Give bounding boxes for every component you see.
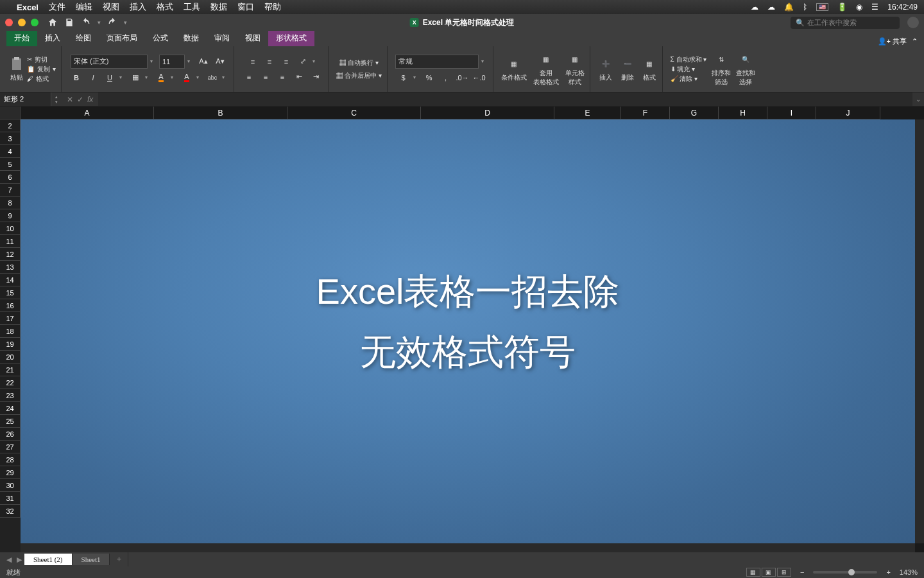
search-box[interactable]: 🔍 在工作表中搜索 [791,17,900,29]
tab-view[interactable]: 视图 [237,30,268,46]
battery-icon[interactable]: 🔋 [837,3,847,12]
phonetic-dropdown[interactable]: ▾ [222,74,228,80]
normal-view-icon[interactable]: ▦ [746,568,760,577]
tab-draw[interactable]: 绘图 [68,30,99,46]
menu-insert[interactable]: 插入 [130,1,146,13]
row-header-27[interactable]: 27 [0,441,21,453]
border-button[interactable]: ▦ [128,71,142,84]
row-header-9[interactable]: 9 [0,209,21,222]
undo-icon[interactable] [81,17,91,28]
row-header-23[interactable]: 23 [0,389,21,402]
tab-insert[interactable]: 插入 [37,30,68,46]
cancel-formula-icon[interactable]: ✕ [67,95,73,104]
border-dropdown[interactable]: ▾ [145,74,151,80]
sort-filter-button[interactable]: ⇅排序和 筛选 [712,52,731,87]
add-sheet-button[interactable]: + [110,552,128,566]
merge-center-button[interactable]: ▦ 合并后居中 ▾ [336,71,382,80]
row-header-29[interactable]: 29 [0,466,21,479]
notification-icon[interactable]: 🔔 [784,3,794,12]
autosum-button[interactable]: Σ 自动求和 ▾ [671,55,707,64]
row-header-7[interactable]: 7 [0,184,21,197]
increase-font-icon[interactable]: A▴ [196,55,210,68]
account-icon[interactable] [907,17,919,28]
fill-color-button[interactable]: A [154,71,168,84]
tab-shape-format[interactable]: 形状格式 [268,30,314,46]
align-middle-icon[interactable]: ≡ [262,55,277,68]
tab-review[interactable]: 审阅 [207,30,237,46]
wechat-icon[interactable]: ☁ [751,3,758,12]
column-header-A[interactable]: A [21,107,154,119]
row-header-20[interactable]: 20 [0,351,21,363]
name-box-dropdown[interactable]: ▴▾ [51,94,62,105]
row-header-13[interactable]: 13 [0,261,21,274]
row-header-24[interactable]: 24 [0,402,21,415]
cloud-icon[interactable]: ☁ [767,3,775,12]
bluetooth-icon[interactable]: ᛒ [803,3,807,12]
tab-formulas[interactable]: 公式 [145,30,176,46]
row-header-28[interactable]: 28 [0,453,21,466]
number-format-select[interactable] [395,55,479,69]
expand-formula-bar-icon[interactable]: ⌄ [912,96,924,103]
collapse-ribbon-icon[interactable]: ⌃ [912,37,918,46]
decrease-indent-icon[interactable]: ⇤ [292,71,306,83]
row-header-26[interactable]: 26 [0,428,21,441]
enter-formula-icon[interactable]: ✓ [77,95,83,104]
tab-page-layout[interactable]: 页面布局 [99,30,145,46]
row-header-2[interactable]: 2 [0,119,21,132]
row-header-32[interactable]: 32 [0,505,21,518]
sheet-nav-prev[interactable]: ◀ [4,556,14,564]
sheet-nav-next[interactable]: ▶ [14,556,24,564]
column-header-D[interactable]: D [421,107,554,119]
menu-tools[interactable]: 工具 [184,1,200,13]
row-header-8[interactable]: 8 [0,197,21,209]
underline-button[interactable]: U [103,71,117,84]
row-header-6[interactable]: 6 [0,171,21,184]
wifi-icon[interactable]: ◉ [856,3,862,12]
italic-button[interactable]: I [86,71,100,84]
row-header-25[interactable]: 25 [0,415,21,428]
menu-edit[interactable]: 编辑 [76,1,92,13]
font-name-select[interactable] [71,55,148,69]
align-left-icon[interactable]: ≡ [242,71,256,83]
font-color-dropdown[interactable]: ▾ [196,74,203,80]
row-header-3[interactable]: 3 [0,132,21,145]
sheet-tab-1[interactable]: Sheet1 (2) [24,554,73,565]
orientation-icon[interactable]: ⤢ [296,55,310,68]
conditional-format-button[interactable]: ▦条件格式 [501,57,527,82]
cell-styles-button[interactable]: ▦单元格 样式 [565,52,585,87]
home-icon[interactable] [47,17,58,28]
comma-icon[interactable]: , [439,71,453,84]
row-header-21[interactable]: 21 [0,363,21,376]
align-center-icon[interactable]: ≡ [259,71,273,83]
app-name[interactable]: Excel [17,3,38,12]
row-header-17[interactable]: 17 [0,312,21,325]
save-icon[interactable] [64,17,74,28]
zoom-level[interactable]: 143% [900,568,918,576]
redo-dropdown[interactable]: ▾ [124,19,127,26]
tab-data[interactable]: 数据 [176,30,207,46]
column-header-J[interactable]: J [816,107,880,119]
menu-window[interactable]: 窗口 [237,1,254,13]
column-header-F[interactable]: F [621,107,670,119]
font-size-select[interactable] [159,55,185,69]
minimize-window-button[interactable] [18,19,26,26]
input-source-icon[interactable]: 🇺🇸 [816,3,828,11]
copy-button[interactable]: 📋 复制 ▾ [27,65,56,74]
menu-data[interactable]: 数据 [210,1,227,13]
fx-icon[interactable]: fx [87,95,93,104]
clock[interactable]: 16:42:49 [887,3,918,12]
name-box[interactable]: 矩形 2 [0,92,51,106]
column-header-B[interactable]: B [154,107,287,119]
formula-input[interactable] [98,92,912,106]
paste-button[interactable]: 粘贴 [9,57,24,82]
font-color-button[interactable]: A [180,71,194,84]
menu-help[interactable]: 帮助 [264,1,281,13]
align-top-icon[interactable]: ≡ [246,55,260,68]
row-header-11[interactable]: 11 [0,235,21,248]
fill-color-dropdown[interactable]: ▾ [171,74,177,80]
page-layout-view-icon[interactable]: ▣ [762,568,776,577]
format-cells-button[interactable]: ▦格式 [642,57,657,82]
insert-cells-button[interactable]: ➕插入 [598,57,613,82]
share-button[interactable]: 👤+ 共享 [878,37,907,46]
row-header-22[interactable]: 22 [0,376,21,389]
